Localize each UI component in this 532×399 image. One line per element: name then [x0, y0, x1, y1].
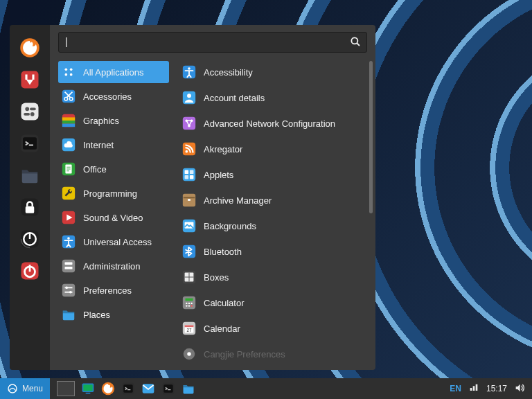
app-label: Backgrounds — [204, 221, 256, 231]
category-label: Preferences — [83, 285, 132, 296]
rainbow-icon — [61, 113, 76, 128]
svg-rect-61 — [185, 175, 189, 179]
app-accessibility[interactable]: Accessibility — [179, 61, 371, 83]
favorite-terminal[interactable] — [18, 132, 42, 155]
category-office[interactable]: Office — [58, 158, 169, 180]
play-icon — [61, 210, 76, 225]
svg-point-83 — [187, 352, 191, 356]
app-label: Account details — [204, 93, 265, 103]
category-preferences[interactable]: Preferences — [58, 279, 169, 301]
svg-point-22 — [70, 73, 73, 76]
netadv-icon — [181, 116, 197, 131]
favorite-transmission[interactable] — [18, 68, 42, 91]
search-icon — [349, 35, 362, 50]
favorite-shutdown[interactable] — [18, 259, 42, 283]
svg-text:27: 27 — [186, 328, 192, 332]
scissors-icon — [61, 89, 76, 104]
category-all-applications[interactable]: All Applications — [58, 61, 169, 83]
favorite-files[interactable] — [18, 163, 42, 187]
app-advanced-network-configuration[interactable]: Advanced Network Configuration — [179, 112, 371, 134]
taskbar-panel: Menu EN 15:17 — [0, 378, 532, 399]
app-account-details[interactable]: Account details — [179, 87, 371, 109]
category-programming[interactable]: Programming — [58, 182, 169, 204]
keyboard-layout-indicator[interactable]: EN — [450, 384, 461, 393]
favorite-settings[interactable] — [18, 100, 42, 123]
svg-rect-60 — [190, 170, 194, 175]
panel-pin-terminal[interactable] — [119, 380, 137, 397]
svg-rect-43 — [62, 284, 75, 296]
svg-point-19 — [65, 69, 68, 71]
app-backgrounds[interactable]: Backgrounds — [179, 215, 371, 237]
svg-rect-29 — [62, 124, 75, 127]
text-caret: | — [65, 36, 68, 47]
app-label: Bluetooth — [204, 247, 242, 257]
category-universal-access[interactable]: Universal Access — [58, 231, 169, 253]
favorite-lock[interactable] — [18, 195, 42, 219]
app-applets[interactable]: Applets — [179, 163, 371, 186]
panel-pin-mail[interactable] — [139, 380, 157, 397]
volume-icon[interactable] — [514, 382, 525, 396]
wrench-icon — [61, 186, 76, 201]
panel-pin-firefox[interactable] — [99, 380, 117, 397]
svg-rect-52 — [183, 117, 195, 130]
application-column: AccessibilityAccount detailsAdvanced Net… — [169, 57, 375, 370]
network-icon[interactable] — [468, 382, 479, 396]
category-label: Graphics — [83, 116, 119, 126]
svg-rect-86 — [83, 384, 92, 391]
clock[interactable]: 15:17 — [486, 384, 507, 393]
svg-rect-87 — [86, 393, 91, 394]
bt-icon — [181, 244, 197, 259]
app-calculator[interactable]: Calculator — [179, 292, 371, 314]
app-archive-manager[interactable]: Archive Manager — [179, 189, 371, 211]
all-icon — [61, 64, 76, 80]
avatar-icon — [181, 90, 197, 105]
app-label: Boxes — [204, 272, 229, 283]
category-label: Places — [83, 310, 110, 320]
category-places[interactable]: Places — [58, 303, 169, 326]
svg-line-17 — [357, 43, 360, 46]
app-label: Accessibility — [204, 67, 253, 78]
favorite-logout[interactable] — [18, 227, 42, 251]
category-graphics[interactable]: Graphics — [58, 109, 169, 132]
favorite-firefox[interactable] — [18, 36, 42, 60]
doc-icon — [61, 161, 76, 177]
svg-rect-27 — [62, 117, 75, 121]
cal-icon: 27 — [181, 321, 197, 336]
panel-pin-files[interactable] — [179, 380, 197, 397]
svg-rect-18 — [62, 66, 75, 78]
svg-point-16 — [351, 37, 357, 44]
menu-button[interactable]: Menu — [0, 378, 50, 399]
svg-point-47 — [69, 291, 72, 294]
app-cangjie-preferences[interactable]: Cangjie Preferences — [179, 343, 371, 365]
svg-point-72 — [186, 303, 187, 304]
svg-point-21 — [65, 73, 68, 76]
app-boxes[interactable]: Boxes — [179, 266, 371, 288]
category-sound-video[interactable]: Sound & Video — [58, 206, 169, 229]
access-icon — [61, 234, 76, 249]
svg-rect-41 — [65, 263, 73, 265]
scrollbar-thumb[interactable] — [369, 61, 373, 213]
app-akregator[interactable]: Akregator — [179, 138, 371, 160]
bg-icon — [181, 218, 197, 233]
panel-pin-show-desktop[interactable] — [79, 380, 97, 397]
category-label: All Applications — [83, 67, 143, 78]
panel-pin-terminal2[interactable] — [159, 380, 177, 397]
svg-point-74 — [190, 303, 192, 304]
category-internet[interactable]: Internet — [58, 134, 169, 156]
category-label: Office — [83, 164, 107, 175]
category-administration[interactable]: Administration — [58, 255, 169, 277]
svg-rect-64 — [188, 199, 190, 201]
workspace-switcher[interactable] — [57, 381, 75, 396]
access-icon — [181, 64, 197, 80]
app-label: Advanced Network Configuration — [204, 118, 335, 129]
app-calendar[interactable]: 27Calendar — [179, 317, 371, 339]
category-label: Programming — [83, 188, 137, 199]
app-bluetooth[interactable]: Bluetooth — [179, 240, 371, 263]
menu-columns: All ApplicationsAccessoriesGraphicsInter… — [50, 57, 375, 370]
search-input[interactable] — [58, 32, 367, 53]
svg-point-51 — [187, 94, 191, 98]
category-accessories[interactable]: Accessories — [58, 85, 169, 107]
category-label: Universal Access — [83, 237, 152, 247]
svg-rect-6 — [24, 113, 30, 116]
app-label: Cangjie Preferences — [204, 349, 285, 360]
